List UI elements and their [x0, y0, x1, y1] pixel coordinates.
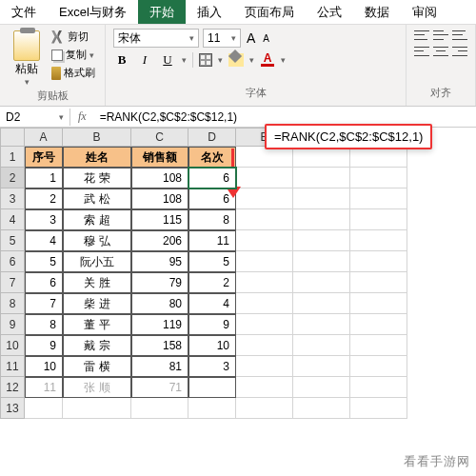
cell-11-D[interactable]: 3: [188, 356, 236, 377]
cell-3-F[interactable]: [293, 188, 350, 209]
menu-formulas[interactable]: 公式: [306, 0, 353, 24]
cell-12-B[interactable]: 张 顺: [63, 377, 131, 398]
row-header-1[interactable]: 1: [0, 147, 25, 168]
italic-button[interactable]: I: [136, 51, 153, 69]
cell-2-C[interactable]: 108: [131, 168, 188, 188]
row-header-7[interactable]: 7: [0, 272, 25, 293]
cell-5-A[interactable]: 4: [25, 230, 63, 251]
font-family-select[interactable]: 宋体▾: [113, 29, 199, 48]
cell-9-A[interactable]: 8: [25, 314, 63, 335]
cell-13-C[interactable]: [131, 398, 188, 419]
cell-6-B[interactable]: 阮小五: [63, 251, 131, 272]
cell-11-B[interactable]: 雷 横: [63, 356, 131, 377]
row-header-5[interactable]: 5: [0, 230, 25, 251]
cell-9-B[interactable]: 董 平: [63, 314, 131, 335]
cell-10-B[interactable]: 戴 宗: [63, 335, 131, 356]
cell-1-E[interactable]: [236, 147, 293, 168]
align-left-button[interactable]: [414, 45, 429, 58]
cell-7-A[interactable]: 6: [25, 272, 63, 293]
cell-2-D[interactable]: 6: [188, 168, 236, 188]
cell-2-B[interactable]: 花 荣: [63, 168, 131, 188]
cell-8-E[interactable]: [236, 293, 293, 314]
cell-4-G[interactable]: [350, 209, 407, 230]
increase-font-button[interactable]: A: [245, 30, 257, 46]
cell-4-A[interactable]: 3: [25, 209, 63, 230]
select-all-corner[interactable]: [0, 128, 25, 147]
cell-9-C[interactable]: 119: [131, 314, 188, 335]
cell-5-E[interactable]: [236, 230, 293, 251]
menu-layout[interactable]: 页面布局: [233, 0, 306, 24]
menu-data[interactable]: 数据: [353, 0, 401, 24]
cell-2-E[interactable]: [236, 168, 293, 188]
cell-1-F[interactable]: [293, 147, 350, 168]
cell-12-C[interactable]: 71: [131, 377, 188, 398]
cell-3-A[interactable]: 2: [25, 188, 63, 209]
cell-5-G[interactable]: [350, 230, 407, 251]
font-color-button[interactable]: A: [260, 53, 275, 67]
cell-11-E[interactable]: [236, 356, 293, 377]
align-right-button[interactable]: [452, 45, 467, 58]
cell-9-D[interactable]: 9: [188, 314, 236, 335]
cell-7-G[interactable]: [350, 272, 407, 293]
cell-4-E[interactable]: [236, 209, 293, 230]
cell-5-C[interactable]: 206: [131, 230, 188, 251]
cut-button[interactable]: 剪切: [50, 29, 97, 45]
cell-13-G[interactable]: [350, 398, 407, 419]
cell-9-G[interactable]: [350, 314, 407, 335]
font-size-select[interactable]: 11▾: [203, 29, 241, 48]
paste-button[interactable]: 粘贴 ▾: [8, 29, 46, 89]
menu-review[interactable]: 审阅: [401, 0, 448, 24]
cell-7-E[interactable]: [236, 272, 293, 293]
cell-7-F[interactable]: [293, 272, 350, 293]
cell-6-F[interactable]: [293, 251, 350, 272]
row-header-6[interactable]: 6: [0, 251, 25, 272]
cell-3-E[interactable]: [236, 188, 293, 209]
cell-2-F[interactable]: [293, 168, 350, 188]
fx-icon[interactable]: fx: [70, 109, 94, 124]
row-header-8[interactable]: 8: [0, 293, 25, 314]
cell-9-F[interactable]: [293, 314, 350, 335]
row-header-11[interactable]: 11: [0, 356, 25, 377]
cell-12-A[interactable]: 11: [25, 377, 63, 398]
cell-1-G[interactable]: [350, 147, 407, 168]
cell-6-E[interactable]: [236, 251, 293, 272]
cell-3-C[interactable]: 108: [131, 188, 188, 209]
cell-12-G[interactable]: [350, 377, 407, 398]
row-header-2[interactable]: 2: [0, 168, 25, 188]
cell-2-A[interactable]: 1: [25, 168, 63, 188]
row-header-13[interactable]: 13: [0, 398, 25, 419]
row-header-4[interactable]: 4: [0, 209, 25, 230]
cell-4-B[interactable]: 索 超: [63, 209, 131, 230]
header-sales[interactable]: 销售额: [131, 147, 188, 168]
fill-color-button[interactable]: [228, 53, 244, 67]
cell-4-D[interactable]: 8: [188, 209, 236, 230]
cell-10-F[interactable]: [293, 335, 350, 356]
cell-11-C[interactable]: 81: [131, 356, 188, 377]
menu-home[interactable]: 开始: [138, 0, 186, 24]
row-header-12[interactable]: 12: [0, 377, 25, 398]
cell-13-B[interactable]: [63, 398, 131, 419]
cell-4-F[interactable]: [293, 209, 350, 230]
cell-8-G[interactable]: [350, 293, 407, 314]
format-painter-button[interactable]: 格式刷: [50, 65, 97, 81]
cell-13-A[interactable]: [25, 398, 63, 419]
cell-3-G[interactable]: [350, 188, 407, 209]
cell-12-E[interactable]: [236, 377, 293, 398]
bold-button[interactable]: B: [113, 51, 130, 69]
cell-8-A[interactable]: 7: [25, 293, 63, 314]
column-header-A[interactable]: A: [25, 128, 63, 147]
cell-8-D[interactable]: 4: [188, 293, 236, 314]
cell-8-F[interactable]: [293, 293, 350, 314]
cell-13-D[interactable]: [188, 398, 236, 419]
cell-5-F[interactable]: [293, 230, 350, 251]
align-top-button[interactable]: [414, 29, 429, 42]
cell-5-B[interactable]: 穆 弘: [63, 230, 131, 251]
cell-10-A[interactable]: 9: [25, 335, 63, 356]
cell-12-D[interactable]: [188, 377, 236, 398]
cell-10-G[interactable]: [350, 335, 407, 356]
cell-3-B[interactable]: 武 松: [63, 188, 131, 209]
menu-file[interactable]: 文件: [0, 0, 48, 24]
menu-insert[interactable]: 插入: [186, 0, 233, 24]
formula-bar[interactable]: =RANK(C2,$C$2:$C$12,1): [94, 109, 476, 126]
header-no[interactable]: 序号: [25, 147, 63, 168]
